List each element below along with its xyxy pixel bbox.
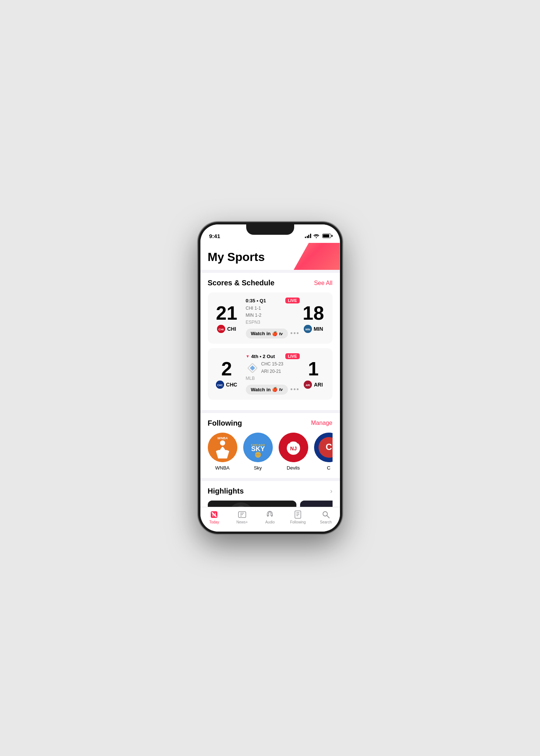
tab-today[interactable]: N Today xyxy=(203,510,225,524)
cubs-label: C xyxy=(327,465,330,471)
tab-search-label: Search xyxy=(320,520,332,524)
watch-button-2[interactable]: Watch in 🍎 tv xyxy=(246,385,288,395)
tab-today-label: Today xyxy=(209,520,219,524)
tab-audio-label: Audio xyxy=(265,520,275,524)
teams-scroll[interactable]: WNBA WNBA CHICAGO SKY xyxy=(208,433,333,472)
devils-logo: NJ xyxy=(279,433,308,462)
scores-section: Scores & Schedule See All 21 CHI xyxy=(200,273,340,410)
baseball-diamond-icon xyxy=(246,361,259,375)
hero-section: My Sports xyxy=(200,243,340,270)
home-team-name-1: CHI xyxy=(227,326,236,332)
chi-logo: CHI xyxy=(217,325,225,333)
wnba-label: WNBA xyxy=(215,465,230,471)
following-title: Following xyxy=(208,419,242,427)
game-actions-2: Watch in 🍎 tv ••• xyxy=(246,385,300,395)
svg-text:MIN: MIN xyxy=(305,328,310,331)
newsplus-icon xyxy=(238,510,247,519)
appletv-icon-1: 🍎 xyxy=(272,331,278,336)
home-team-name-2: CHC xyxy=(226,382,237,388)
phone-shell: 9:41 My Sports xyxy=(198,222,342,534)
away-score-2: 1 xyxy=(308,359,319,378)
home-team-block-2: 2 CHC CHC xyxy=(213,359,241,389)
game-details-2: ▼ 4th • 2 Out LIVE xyxy=(241,353,300,394)
notch xyxy=(246,224,294,235)
live-badge-2: LIVE xyxy=(285,353,299,359)
highlight-card-1[interactable]: C xyxy=(208,501,296,507)
svg-text:ARI: ARI xyxy=(306,384,310,386)
team-card-devils[interactable]: NJ Devils xyxy=(279,433,308,471)
away-team-info-1: MIN MIN xyxy=(304,325,323,333)
audio-icon xyxy=(265,510,274,519)
game-actions-1: Watch in 🍎 tv ••• xyxy=(246,329,300,339)
home-team-block-1: 21 CHI CHI xyxy=(213,303,241,333)
game-scores-row-1: 21 CHI CHI xyxy=(213,298,327,339)
manage-button[interactable]: Manage xyxy=(311,420,333,426)
svg-rect-26 xyxy=(208,501,296,507)
status-icons xyxy=(305,234,331,238)
live-badge-1: LIVE xyxy=(285,298,299,303)
team-card-sky[interactable]: CHICAGO SKY Sky xyxy=(243,433,273,471)
cubs-logo: C xyxy=(314,433,333,462)
watch-label-2: Watch in xyxy=(251,387,271,392)
tab-newsplus-label: News+ xyxy=(236,520,248,524)
game-network-1: ESPN3 xyxy=(246,320,300,325)
sky-label: Sky xyxy=(254,465,262,471)
away-team-info-2: ARI ARI xyxy=(304,381,323,389)
more-dots-1[interactable]: ••• xyxy=(290,330,300,337)
away-team-name-1: MIN xyxy=(314,326,323,332)
game-card-2: 2 CHC CHC xyxy=(208,348,333,399)
watch-button-1[interactable]: Watch in 🍎 tv xyxy=(246,329,288,339)
game-record-1: CHI 1-1MIN 1-2 xyxy=(246,305,300,319)
following-header: Following Manage xyxy=(208,419,333,427)
devils-label: Devils xyxy=(287,465,300,471)
highlights-section: Highlights › C xyxy=(200,481,340,507)
away-score-1: 18 xyxy=(303,303,324,323)
screen: 9:41 My Sports xyxy=(200,224,340,532)
game-details-1: 0:35 • Q1 LIVE CHI 1-1MIN 1-2 ESPN3 Watc… xyxy=(241,298,300,339)
inning-arrow: ▼ xyxy=(246,354,250,358)
status-bar: 9:41 xyxy=(200,224,340,243)
team-card-cubs[interactable]: C C xyxy=(314,433,333,471)
svg-rect-7 xyxy=(250,365,255,370)
away-team-block-1: 18 MIN MIN xyxy=(300,303,327,333)
game-record-2: CHC 15-23ARI 20-21 xyxy=(261,361,283,375)
tab-search[interactable]: Search xyxy=(315,510,337,524)
svg-point-11 xyxy=(220,440,225,446)
page-title: My Sports xyxy=(208,250,333,264)
svg-point-45 xyxy=(323,512,327,516)
tab-bar: N Today News+ xyxy=(200,507,340,532)
following-section: Following Manage xyxy=(200,413,340,478)
following-icon xyxy=(293,510,302,519)
tab-following[interactable]: Following xyxy=(287,510,309,524)
home-score-1: 21 xyxy=(216,303,237,323)
scores-header: Scores & Schedule See All xyxy=(208,279,333,287)
tab-newsplus[interactable]: News+ xyxy=(231,510,253,524)
svg-text:C: C xyxy=(326,442,332,452)
game-status-2: ▼ 4th • 2 Out LIVE xyxy=(246,353,300,359)
game-network-2: MLB xyxy=(246,376,300,381)
search-icon xyxy=(321,510,330,519)
chc-logo: CHC xyxy=(216,381,224,389)
game-scores-row-2: 2 CHC CHC xyxy=(213,353,327,394)
highlights-header: Highlights › xyxy=(208,487,333,495)
sky-logo: CHICAGO SKY xyxy=(243,433,273,462)
ari-logo: ARI xyxy=(304,381,312,389)
tab-audio[interactable]: Audio xyxy=(259,510,281,524)
highlight-card-2[interactable]: CAESAR SPORTS xyxy=(300,501,333,507)
watch-label-1: Watch in xyxy=(251,331,271,336)
see-all-button[interactable]: See All xyxy=(314,280,333,286)
svg-text:SKY: SKY xyxy=(251,445,265,453)
min-logo: MIN xyxy=(304,325,312,333)
game-card-1: 21 CHI CHI xyxy=(208,292,333,344)
content-area[interactable]: My Sports Scores & Schedule See All 21 xyxy=(200,243,340,507)
svg-text:NJ: NJ xyxy=(290,446,297,451)
appletv-icon-2: 🍎 xyxy=(272,387,278,392)
svg-rect-41 xyxy=(295,511,301,518)
highlights-chevron-icon[interactable]: › xyxy=(330,487,333,495)
team-card-wnba[interactable]: WNBA WNBA xyxy=(208,433,237,471)
more-dots-2[interactable]: ••• xyxy=(290,386,300,394)
highlights-title: Highlights xyxy=(208,487,244,495)
tv-text-1: tv xyxy=(279,331,283,336)
highlights-scroll[interactable]: C CAESAR SPORTS xyxy=(208,501,333,507)
inning-info: ▼ 4th • 2 Out xyxy=(246,354,275,359)
